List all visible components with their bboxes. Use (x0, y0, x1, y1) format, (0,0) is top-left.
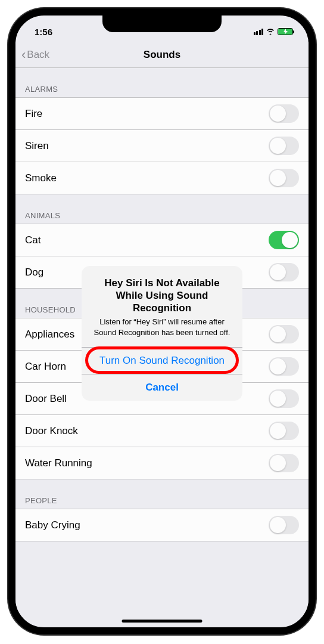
modal-overlay: Hey Siri Is Not Available While Using So… (15, 16, 309, 627)
turn-on-sound-recognition-button[interactable]: Turn On Sound Recognition (82, 347, 242, 374)
alert-dialog: Hey Siri Is Not Available While Using So… (82, 266, 242, 401)
phone-frame: 1:56 ‹ Back Sounds ALARMSFireSirenSmokeA… (8, 8, 316, 634)
alert-message: Listen for “Hey Siri” will resume after … (91, 317, 233, 338)
notch (102, 16, 222, 32)
cancel-button[interactable]: Cancel (82, 374, 242, 401)
alert-title: Hey Siri Is Not Available While Using So… (91, 277, 233, 315)
alert-header: Hey Siri Is Not Available While Using So… (82, 266, 242, 348)
